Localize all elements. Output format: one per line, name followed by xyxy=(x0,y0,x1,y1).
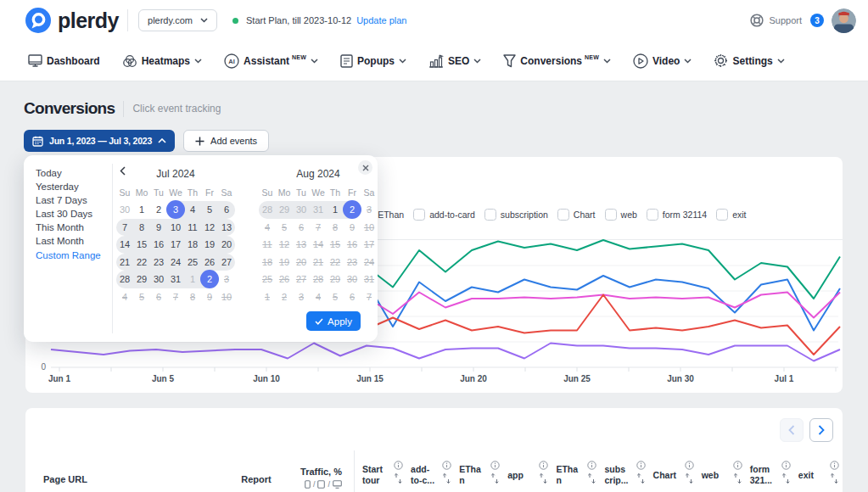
col-ethan[interactable]: EThan xyxy=(552,450,600,492)
calendar-day[interactable]: 13 xyxy=(218,219,235,237)
calendar-day[interactable]: 27 xyxy=(218,254,235,271)
calendar-day[interactable]: 11 xyxy=(184,219,201,237)
calendar-day[interactable]: 15 xyxy=(327,236,344,254)
calendar-day[interactable]: 4 xyxy=(184,201,201,219)
calendar-day[interactable]: 17 xyxy=(167,236,184,254)
sort-icon[interactable] xyxy=(830,472,839,484)
sort-icon[interactable] xyxy=(394,472,403,484)
pagination-next-button[interactable] xyxy=(809,418,833,442)
calendar-day[interactable]: 7 xyxy=(167,288,184,306)
preset-last-month[interactable]: Last Month xyxy=(36,234,101,248)
col-ethan[interactable]: EThan xyxy=(455,450,503,492)
calendar-day[interactable]: 24 xyxy=(167,254,184,271)
sort-icon[interactable] xyxy=(685,472,694,484)
calendar-day[interactable]: 5 xyxy=(201,201,218,219)
nav-item-popups[interactable]: Popups xyxy=(340,54,406,68)
calendar-day[interactable]: 20 xyxy=(293,254,310,271)
calendar-day[interactable]: 6 xyxy=(344,288,361,306)
support-button[interactable]: Support 3 xyxy=(750,14,824,27)
calendar-day[interactable]: 19 xyxy=(201,236,218,254)
preset-custom-range[interactable]: Custom Range xyxy=(36,249,101,262)
sort-icon[interactable] xyxy=(539,472,548,484)
calendar-day[interactable]: 10 xyxy=(361,219,378,237)
calendar-day[interactable]: 21 xyxy=(116,254,133,271)
pagination-prev-button[interactable] xyxy=(780,418,804,442)
sort-icon[interactable] xyxy=(781,472,791,484)
calendar-day[interactable]: 1 xyxy=(184,271,201,288)
calendar-day[interactable]: 7 xyxy=(116,219,133,237)
col-starttour[interactable]: Starttour xyxy=(358,450,406,492)
calendar-day[interactable]: 13 xyxy=(293,236,310,254)
sort-icon[interactable] xyxy=(587,472,596,484)
calendar-day[interactable]: 30 xyxy=(150,271,167,288)
calendar-day[interactable]: 2 xyxy=(201,271,218,288)
prev-month-button[interactable] xyxy=(120,166,126,176)
nav-item-assistant[interactable]: AIAssistantNEW xyxy=(224,53,318,69)
calendar-day[interactable]: 27 xyxy=(293,271,310,288)
calendar-day[interactable]: 28 xyxy=(310,271,327,288)
preset-this-month[interactable]: This Month xyxy=(36,221,101,234)
col-exit[interactable]: exit xyxy=(794,450,843,492)
calendar-day[interactable]: 8 xyxy=(327,219,344,237)
col-traffic[interactable]: Traffic, % / / xyxy=(270,467,342,489)
calendar-day[interactable]: 3 xyxy=(361,201,378,219)
calendar-day[interactable]: 4 xyxy=(310,288,327,306)
calendar-day[interactable]: 25 xyxy=(184,254,201,271)
calendar-day[interactable]: 16 xyxy=(150,236,167,254)
calendar-day[interactable]: 3 xyxy=(167,201,184,219)
calendar-day[interactable]: 21 xyxy=(310,254,327,271)
calendar-day[interactable]: 3 xyxy=(218,271,235,288)
col-app[interactable]: app xyxy=(503,450,552,492)
nav-item-dashboard[interactable]: Dashboard xyxy=(28,54,100,67)
calendar-day[interactable]: 30 xyxy=(116,201,133,219)
preset-last-30-days[interactable]: Last 30 Days xyxy=(36,207,101,221)
calendar-day[interactable]: 29 xyxy=(327,271,344,288)
calendar-day[interactable]: 5 xyxy=(327,288,344,306)
plerdy-logo[interactable]: plerdy xyxy=(25,8,119,33)
col-chart[interactable]: Chart xyxy=(649,450,697,492)
calendar-day[interactable]: 3 xyxy=(293,288,310,306)
calendar-day[interactable]: 8 xyxy=(184,288,201,306)
date-range-button[interactable]: Jun 1, 2023 — Jul 3, 2023 xyxy=(24,130,175,152)
calendar-day[interactable]: 7 xyxy=(361,288,378,306)
calendar-day[interactable]: 1 xyxy=(259,288,276,306)
calendar-day[interactable]: 6 xyxy=(218,201,235,219)
calendar-day[interactable]: 31 xyxy=(310,201,327,219)
calendar-day[interactable]: 16 xyxy=(344,236,361,254)
calendar-day[interactable]: 9 xyxy=(150,219,167,237)
calendar-day[interactable]: 2 xyxy=(276,288,293,306)
nav-item-settings[interactable]: Settings xyxy=(714,53,784,68)
calendar-day[interactable]: 6 xyxy=(293,219,310,237)
sort-icon[interactable] xyxy=(442,472,451,484)
calendar-day[interactable]: 18 xyxy=(259,254,276,271)
calendar-day[interactable]: 31 xyxy=(361,271,378,288)
calendar-day[interactable]: 6 xyxy=(150,288,167,306)
preset-today[interactable]: Today xyxy=(36,166,101,180)
calendar-day[interactable]: 4 xyxy=(116,288,133,306)
sort-icon[interactable] xyxy=(636,472,646,484)
calendar-day[interactable]: 17 xyxy=(361,236,378,254)
calendar-day[interactable]: 28 xyxy=(259,201,276,219)
col-form321-[interactable]: form321... xyxy=(746,450,794,492)
nav-item-heatmaps[interactable]: Heatmaps xyxy=(122,54,202,68)
calendar-day[interactable]: 5 xyxy=(133,288,150,306)
calendar-day[interactable]: 12 xyxy=(201,219,218,237)
calendar-day[interactable]: 11 xyxy=(259,236,276,254)
calendar-day[interactable]: 1 xyxy=(327,201,344,219)
preset-last-7-days[interactable]: Last 7 Days xyxy=(36,193,101,207)
add-events-button[interactable]: Add events xyxy=(183,130,269,152)
calendar-day[interactable]: 30 xyxy=(293,201,310,219)
nav-item-video[interactable]: Video xyxy=(633,53,692,69)
calendar-day[interactable]: 7 xyxy=(310,219,327,237)
calendar-day[interactable]: 23 xyxy=(344,254,361,271)
nav-item-conversions[interactable]: ConversionsNEW xyxy=(503,54,611,68)
calendar-day[interactable]: 10 xyxy=(218,288,235,306)
nav-item-seo[interactable]: SEO xyxy=(428,54,481,68)
calendar-day[interactable]: 18 xyxy=(184,236,201,254)
domain-select[interactable]: plerdy.com xyxy=(138,9,217,31)
calendar-day[interactable]: 31 xyxy=(167,271,184,288)
calendar-day[interactable]: 5 xyxy=(276,219,293,237)
update-plan-link[interactable]: Update plan xyxy=(356,15,406,25)
calendar-day[interactable]: 20 xyxy=(218,236,235,254)
calendar-day[interactable]: 14 xyxy=(310,236,327,254)
